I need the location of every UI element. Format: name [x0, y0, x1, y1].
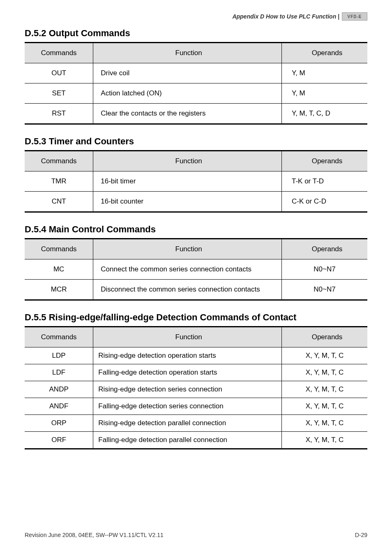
cell-cmd: ORP [25, 415, 93, 432]
cell-op: X, Y, M, T, C [281, 347, 367, 364]
cell-func: 16-bit counter [93, 192, 282, 212]
cell-cmd: SET [25, 83, 93, 104]
cell-cmd: TMR [25, 171, 93, 192]
cell-cmd: CNT [25, 192, 93, 212]
table-row: ORPRising-edge detection parallel connec… [25, 415, 367, 432]
cell-func: Rising-edge detection series connection [93, 381, 282, 398]
cell-op: Y, M, T, C, D [281, 104, 367, 124]
section-title: D.5.3 Timer and Counters [25, 136, 367, 147]
cell-cmd: ANDP [25, 381, 93, 398]
cell-op: T-K or T-D [281, 171, 367, 192]
cell-op: C-K or C-D [281, 192, 367, 212]
table-row: ORFFalling-edge detection parallel conne… [25, 432, 367, 449]
cell-func: 16-bit timer [93, 171, 282, 192]
table-row: RSTClear the contacts or the registersY,… [25, 104, 367, 124]
cell-cmd: ANDF [25, 398, 93, 415]
footer-page-number: D-29 [355, 532, 367, 538]
cell-cmd: OUT [25, 63, 93, 83]
vfd-logo: VFD-E [342, 12, 367, 21]
cell-func: Falling-edge detection operation starts [93, 364, 282, 381]
cell-cmd: LDP [25, 347, 93, 364]
table-row: SETAction latched (ON)Y, M [25, 83, 367, 104]
cell-op: X, Y, M, T, C [281, 364, 367, 381]
table-header-cmd: Commands [25, 151, 93, 171]
cell-func: Clear the contacts or the registers [93, 104, 282, 124]
cell-func: Action latched (ON) [93, 83, 282, 104]
table-header-op: Operands [281, 43, 367, 63]
cell-func: Falling-edge detection parallel connecti… [93, 432, 282, 449]
cell-op: N0~N7 [281, 280, 367, 300]
cell-cmd: ORF [25, 432, 93, 449]
page-footer: Revision June 2008, 04EE, SW--PW V1.11/C… [25, 532, 367, 538]
commands-table: CommandsFunctionOperandsLDPRising-edge d… [25, 326, 367, 449]
footer-revision: Revision June 2008, 04EE, SW--PW V1.11/C… [25, 532, 164, 538]
section-title: D.5.5 Rising-edge/falling-edge Detection… [25, 312, 367, 323]
table-row: OUTDrive coilY, M [25, 63, 367, 83]
table-row: ANDFFalling-edge detection series connec… [25, 398, 367, 415]
cell-op: X, Y, M, T, C [281, 398, 367, 415]
table-row: MCConnect the common series connection c… [25, 259, 367, 280]
cell-func: Rising-edge detection operation starts [93, 347, 282, 364]
commands-table: CommandsFunctionOperandsTMR16-bit timerT… [25, 150, 367, 213]
cell-func: Drive coil [93, 63, 282, 83]
cell-op: Y, M [281, 63, 367, 83]
table-row: CNT16-bit counterC-K or C-D [25, 192, 367, 212]
content-area: D.5.2 Output CommandsCommandsFunctionOpe… [25, 28, 367, 449]
cell-cmd: MC [25, 259, 93, 280]
commands-table: CommandsFunctionOperandsOUTDrive coilY, … [25, 42, 367, 125]
table-row: MCRDisconnect the common series connecti… [25, 280, 367, 300]
table-header-cmd: Commands [25, 239, 93, 259]
cell-op: X, Y, M, T, C [281, 415, 367, 432]
commands-table: CommandsFunctionOperandsMCConnect the co… [25, 238, 367, 301]
cell-func: Falling-edge detection series connection [93, 398, 282, 415]
table-header-op: Operands [281, 239, 367, 259]
cell-op: N0~N7 [281, 259, 367, 280]
cell-func: Disconnect the common series connection … [93, 280, 282, 300]
cell-cmd: MCR [25, 280, 93, 300]
section-title: D.5.4 Main Control Commands [25, 224, 367, 235]
cell-op: X, Y, M, T, C [281, 381, 367, 398]
section-title: D.5.2 Output Commands [25, 28, 367, 39]
table-header-op: Operands [281, 151, 367, 171]
cell-cmd: LDF [25, 364, 93, 381]
table-row: TMR16-bit timerT-K or T-D [25, 171, 367, 192]
cell-op: X, Y, M, T, C [281, 432, 367, 449]
header-text: Appendix D How to Use PLC Function | [232, 13, 339, 20]
page-header: Appendix D How to Use PLC Function | VFD… [25, 12, 367, 21]
table-row: ANDPRising-edge detection series connect… [25, 381, 367, 398]
table-row: LDPRising-edge detection operation start… [25, 347, 367, 364]
table-header-cmd: Commands [25, 327, 93, 347]
table-header-cmd: Commands [25, 43, 93, 63]
table-header-func: Function [93, 151, 282, 171]
table-header-func: Function [93, 327, 282, 347]
cell-func: Connect the common series connection con… [93, 259, 282, 280]
table-row: LDFFalling-edge detection operation star… [25, 364, 367, 381]
table-header-func: Function [93, 43, 282, 63]
cell-cmd: RST [25, 104, 93, 124]
table-header-func: Function [93, 239, 282, 259]
cell-op: Y, M [281, 83, 367, 104]
cell-func: Rising-edge detection parallel connectio… [93, 415, 282, 432]
table-header-op: Operands [281, 327, 367, 347]
